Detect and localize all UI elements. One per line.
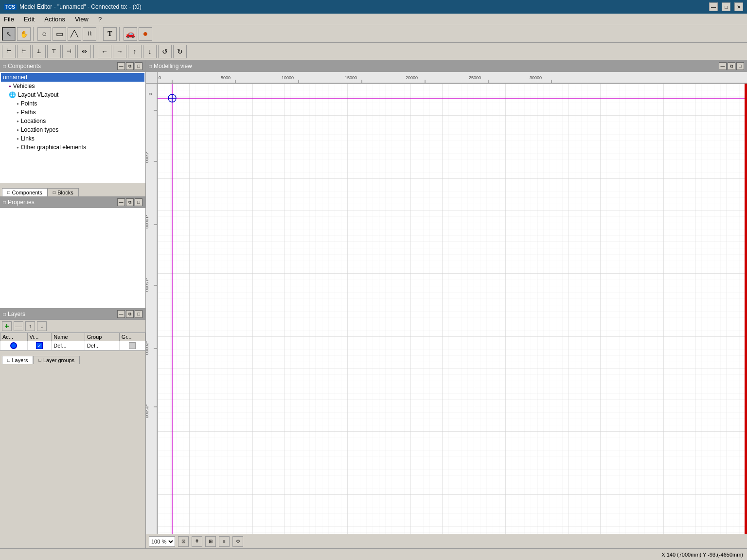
col-gr: Gr... — [119, 333, 145, 341]
vehicle-tool[interactable]: 🚗 — [124, 27, 137, 41]
layers-add-btn[interactable]: + — [2, 321, 12, 331]
tab-layers-label: Layers — [12, 357, 28, 363]
components-minimize-btn[interactable]: — — [117, 62, 125, 70]
toolbar-sep1 — [33, 27, 35, 41]
menu-view[interactable]: View — [73, 15, 90, 24]
canvas-area[interactable]: 0 5000 10000 15000 20000 25000 30000 — [146, 72, 747, 534]
layers-tabs: □ Layers □ Layer groups — [0, 350, 145, 364]
layers-restore-btn[interactable]: ⧉ — [126, 310, 134, 318]
arrow-right-btn[interactable]: → — [113, 45, 126, 58]
modelling-restore-btn[interactable]: ⧉ — [728, 62, 735, 70]
layer-gr-check[interactable] — [129, 342, 136, 349]
layers-minimize-btn[interactable]: — — [117, 310, 125, 318]
components-panel-title: □ Components — [3, 63, 41, 70]
modelling-view-controls: — ⧉ □ — [719, 62, 744, 70]
layers-panel-controls: — ⧉ □ — [117, 310, 142, 318]
zoom-select[interactable]: 25 % 50 % 75 % 100 % 150 % 200 % — [149, 536, 175, 547]
menu-help[interactable]: ? — [96, 15, 104, 24]
tree-item-paths[interactable]: ● Paths — [1, 108, 144, 117]
maximize-button[interactable]: □ — [722, 2, 730, 11]
menu-edit[interactable]: Edit — [22, 15, 36, 24]
tree-item-vehicles[interactable]: ● Vehicles — [1, 82, 144, 90]
snap-btn[interactable]: ⊞ — [205, 536, 216, 547]
tab-components-label: Components — [12, 190, 42, 195]
align-center-h-btn[interactable]: ⊥ — [32, 45, 46, 58]
rectangle-tool[interactable]: ▭ — [53, 27, 66, 41]
toolbar-sep3 — [119, 27, 121, 41]
arrow-left-btn[interactable]: ← — [98, 45, 111, 58]
multipath-tool[interactable]: ⌇⌇ — [83, 27, 96, 41]
align-center-v-btn[interactable]: ⊢ — [17, 45, 31, 58]
menu-actions[interactable]: Actions — [42, 15, 67, 24]
tree-item-location-types-label: Location types — [21, 126, 58, 133]
tree-item-layout-label: Layout VLayout — [18, 91, 58, 98]
layer-visible-check[interactable]: ✓ — [36, 342, 43, 349]
layers-view-btn[interactable]: ≡ — [219, 536, 230, 547]
layers-panel-icon: □ — [3, 312, 6, 317]
tab-layer-groups-label: Layer groups — [43, 357, 74, 363]
rotate-left-btn[interactable]: ↺ — [158, 45, 172, 58]
tree-item-other-label: Other graphical elements — [21, 144, 86, 151]
tree-item-unnamed[interactable]: unnamed — [1, 73, 144, 82]
tab-layer-groups[interactable]: □ Layer groups — [33, 356, 80, 364]
modelling-minimize-btn[interactable]: — — [719, 62, 727, 70]
components-panel-header: □ Components — ⧉ □ — [0, 60, 145, 72]
pan-tool[interactable]: ✋ — [17, 27, 31, 41]
tab-components[interactable]: □ Components — [2, 188, 48, 196]
tree-item-location-types[interactable]: ● Location types — [1, 125, 144, 134]
menu-file[interactable]: File — [2, 15, 16, 24]
toolbar1: ↖ ✋ ○ ▭ ╱╲ ⌇⌇ T 🚗 ● — [0, 25, 747, 43]
tree-dot-location-types: ● — [17, 128, 19, 132]
tab-blocks[interactable]: □ Blocks — [48, 188, 79, 196]
layer-gr-cell — [119, 341, 145, 350]
modelling-maximize-btn[interactable]: □ — [736, 62, 744, 70]
tree-item-locations[interactable]: ● Locations — [1, 117, 144, 125]
align-spread-btn[interactable]: ⇔ — [77, 45, 91, 58]
layers-up-btn[interactable]: ↑ — [25, 321, 35, 331]
rotate-right-btn[interactable]: ↻ — [173, 45, 187, 58]
layers-maximize-btn[interactable]: □ — [135, 310, 142, 318]
arrow-up-btn[interactable]: ↑ — [128, 45, 142, 58]
tree-item-links[interactable]: ● Links — [1, 134, 144, 143]
grid-canvas[interactable] — [158, 84, 747, 534]
svg-rect-30 — [158, 84, 747, 534]
layers-down-btn[interactable]: ↓ — [37, 321, 47, 331]
fit-view-btn[interactable]: ⊡ — [178, 536, 189, 547]
grid-toggle-btn[interactable]: # — [192, 536, 202, 547]
layer-active-cell — [0, 341, 28, 350]
align-left-edge-btn[interactable]: ⊢ — [2, 45, 16, 58]
select-tool[interactable]: ↖ — [2, 27, 16, 41]
ellipse-tool[interactable]: ○ — [37, 27, 51, 41]
tab-layers[interactable]: □ Layers — [2, 356, 33, 364]
components-panel-icon: □ — [3, 64, 6, 69]
modelling-view-label: Modelling view — [154, 63, 192, 70]
components-panel-controls: — ⧉ □ — [117, 62, 142, 70]
components-restore-btn[interactable]: ⧉ — [126, 62, 134, 70]
properties-restore-btn[interactable]: ⧉ — [126, 198, 134, 206]
components-maximize-btn[interactable]: □ — [135, 62, 142, 70]
tree-item-layout[interactable]: 🌐 Layout VLayout — [1, 90, 144, 99]
layers-panel-title: □ Layers — [3, 311, 25, 317]
text-tool[interactable]: T — [103, 27, 117, 41]
close-button[interactable]: ✕ — [734, 2, 743, 11]
ruler-vertical: 0 -5000 -10000 -15000 -20000 -25000 — [146, 84, 158, 534]
properties-panel-header: □ Properties — ⧉ □ — [0, 196, 145, 208]
color-tool[interactable]: ● — [139, 27, 152, 41]
tree-item-points[interactable]: ● Points — [1, 99, 144, 108]
svg-text:-10000: -10000 — [146, 215, 149, 228]
arrow-down-btn[interactable]: ↓ — [143, 45, 157, 58]
layers-remove-btn[interactable]: — — [14, 321, 23, 331]
layer-row[interactable]: ✓ Def... Def... — [0, 341, 145, 350]
path-tool[interactable]: ╱╲ — [68, 27, 81, 41]
align-top-btn[interactable]: ⊤ — [47, 45, 61, 58]
tab-components-icon: □ — [7, 190, 10, 195]
tree-dot-links: ● — [17, 137, 19, 141]
settings-btn[interactable]: ⚙ — [232, 536, 243, 547]
tree-dot-locations: ● — [17, 119, 19, 123]
layer-active-radio[interactable] — [10, 342, 17, 349]
align-right-edge-btn[interactable]: ⊣ — [62, 45, 76, 58]
properties-minimize-btn[interactable]: — — [117, 198, 125, 206]
tree-item-other-graphical[interactable]: ● Other graphical elements — [1, 143, 144, 152]
minimize-button[interactable]: — — [709, 2, 718, 11]
properties-maximize-btn[interactable]: □ — [135, 198, 142, 206]
